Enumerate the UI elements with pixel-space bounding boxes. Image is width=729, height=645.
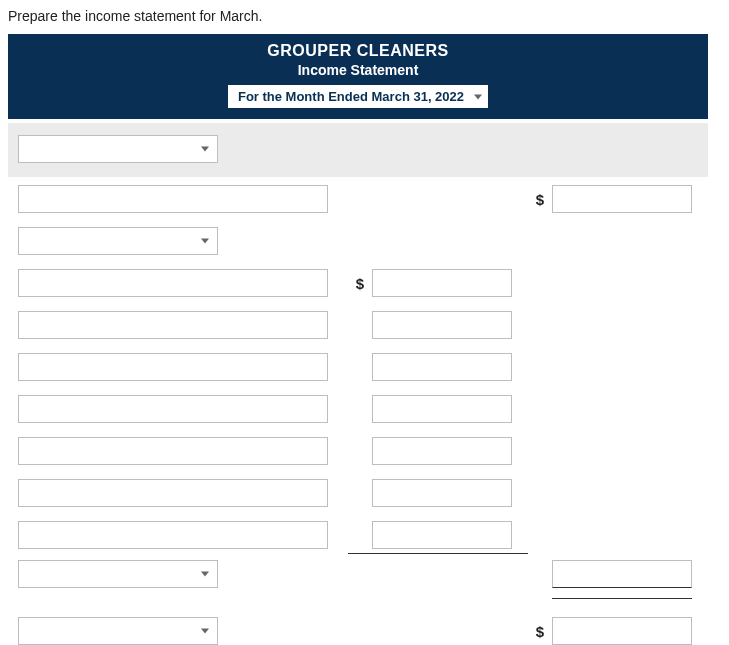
expense-row-5: $ xyxy=(18,437,698,465)
expense-amount-input-7[interactable] xyxy=(372,521,512,549)
statement-body: $ $ $ $ xyxy=(8,177,708,645)
expense-row-6: $ xyxy=(18,479,698,507)
expense-label-input-1[interactable] xyxy=(18,269,328,297)
section-select-3[interactable] xyxy=(18,560,218,588)
expense-label-input-6[interactable] xyxy=(18,479,328,507)
chevron-down-icon xyxy=(201,572,209,577)
dollar-sign: $ xyxy=(528,623,552,640)
company-name: GROUPER CLEANERS xyxy=(8,42,708,60)
expense-label-input-3[interactable] xyxy=(18,353,328,381)
section-select-2[interactable] xyxy=(18,227,218,255)
expense-row-1: $ xyxy=(18,269,698,297)
expense-amount-input-3[interactable] xyxy=(372,353,512,381)
expense-amount-input-4[interactable] xyxy=(372,395,512,423)
chevron-down-icon xyxy=(474,94,482,99)
revenue-label-input[interactable] xyxy=(18,185,328,213)
chevron-down-icon xyxy=(201,147,209,152)
total-expenses-underline-row: $ xyxy=(18,590,698,607)
period-select[interactable]: For the Month Ended March 31, 2022 xyxy=(227,84,489,109)
expense-label-input-5[interactable] xyxy=(18,437,328,465)
revenue-row: $ xyxy=(18,185,698,213)
expense-row-2: $ xyxy=(18,311,698,339)
dollar-sign: $ xyxy=(528,191,552,208)
header-band: GROUPER CLEANERS Income Statement For th… xyxy=(8,34,708,119)
dollar-sign: $ xyxy=(348,275,372,292)
chevron-down-icon xyxy=(201,629,209,634)
total-expenses-row: $ xyxy=(18,560,698,588)
net-income-amount-input[interactable] xyxy=(552,617,692,645)
section-select-band xyxy=(8,123,708,177)
chevron-down-icon xyxy=(201,239,209,244)
section-select-1[interactable] xyxy=(18,135,218,163)
expense-row-7: $ xyxy=(18,521,698,549)
expenses-heading-row xyxy=(18,227,698,255)
expense-label-input-4[interactable] xyxy=(18,395,328,423)
instruction-text: Prepare the income statement for March. xyxy=(8,8,708,24)
expense-amount-input-2[interactable] xyxy=(372,311,512,339)
single-underline xyxy=(552,598,692,599)
income-statement-form: Prepare the income statement for March. … xyxy=(8,8,708,645)
expense-amount-input-6[interactable] xyxy=(372,479,512,507)
subtotal-rule xyxy=(348,553,528,554)
expense-label-input-7[interactable] xyxy=(18,521,328,549)
revenue-amount-input[interactable] xyxy=(552,185,692,213)
expense-subtotal-line-row xyxy=(18,553,698,554)
expense-label-input-2[interactable] xyxy=(18,311,328,339)
total-expenses-amount-input[interactable] xyxy=(552,560,692,588)
section-select-4[interactable] xyxy=(18,617,218,645)
expense-row-3: $ xyxy=(18,353,698,381)
net-income-row: $ xyxy=(18,617,698,645)
period-select-value: For the Month Ended March 31, 2022 xyxy=(238,89,464,104)
expense-amount-input-5[interactable] xyxy=(372,437,512,465)
expense-amount-input-1[interactable] xyxy=(372,269,512,297)
statement-title: Income Statement xyxy=(8,62,708,78)
expense-row-4: $ xyxy=(18,395,698,423)
